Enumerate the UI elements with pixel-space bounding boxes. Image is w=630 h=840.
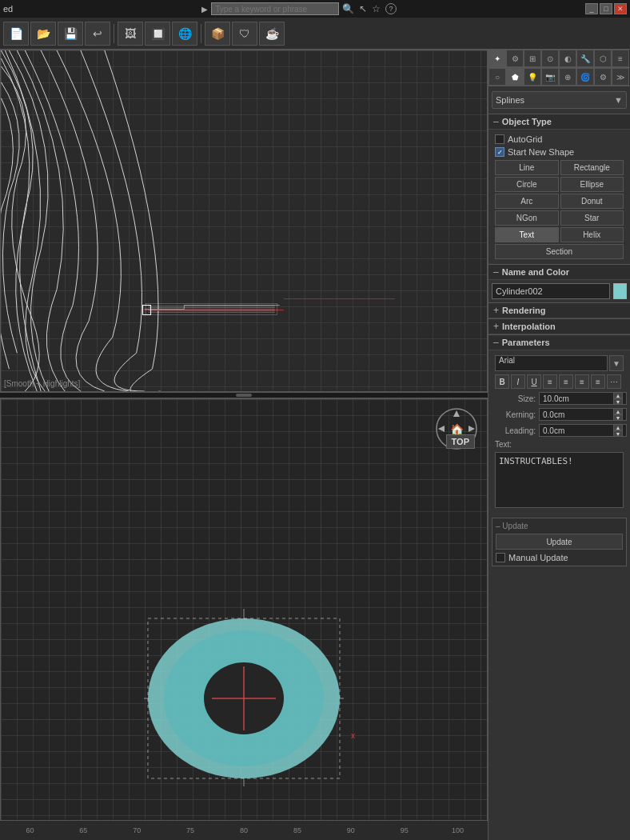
tab-display[interactable]: ◐: [559, 50, 576, 67]
text-textarea[interactable]: [495, 452, 624, 508]
name-color-title: Name and Color: [502, 267, 569, 277]
3d-object-container[interactable]: [140, 602, 348, 788]
btn-donut[interactable]: Donut: [560, 194, 624, 209]
btn-rectangle[interactable]: Rectangle: [560, 160, 624, 175]
splines-dropdown[interactable]: Splines ▼: [492, 91, 627, 109]
align-center-button[interactable]: ≡: [559, 374, 573, 389]
kerning-down[interactable]: ▼: [613, 414, 623, 421]
timeline-mark-70: 70: [110, 826, 164, 834]
help-icon[interactable]: ?: [385, 3, 397, 14]
align-left-button[interactable]: ≡: [543, 374, 557, 389]
size-down[interactable]: ▼: [613, 398, 623, 405]
kerning-value[interactable]: 0.0cm ▲ ▼: [539, 408, 627, 421]
x-axis-label: x: [351, 731, 355, 740]
autogrid-checkbox[interactable]: [495, 134, 504, 144]
svg-marker-12: [438, 426, 445, 432]
toolbar-undo[interactable]: ↩: [85, 22, 110, 46]
cursor-icon[interactable]: ↖: [359, 3, 367, 14]
btn-text[interactable]: Text: [495, 227, 559, 242]
toolbar-render[interactable]: 🖼: [118, 22, 143, 46]
btn-star[interactable]: Star: [560, 210, 624, 226]
titlebar-app: ed: [3, 4, 13, 14]
leading-spinner[interactable]: ▲ ▼: [613, 424, 623, 437]
search-input[interactable]: [211, 2, 339, 15]
toolbar-shield[interactable]: 🛡: [232, 22, 257, 46]
toolbar-box[interactable]: 📦: [205, 22, 230, 46]
rendering-section-header[interactable]: + Rendering: [488, 302, 630, 318]
kerning-spinner[interactable]: ▲ ▼: [613, 408, 623, 421]
object-type-section-header[interactable]: – Object Type: [488, 114, 630, 130]
toolbar-open[interactable]: 📂: [30, 22, 56, 46]
toolbar-new[interactable]: 📄: [3, 22, 29, 46]
tab-create[interactable]: ✦: [488, 50, 506, 67]
justify-button[interactable]: ≡: [591, 374, 605, 389]
view-label[interactable]: TOP: [446, 434, 475, 449]
parameters-content: Arial ▼ B I U ≡ ≡ ≡ ≡ ⋯ Size: 10.0cm: [488, 350, 630, 514]
donut-object: [140, 602, 348, 786]
star-icon[interactable]: ☆: [372, 3, 381, 14]
viewport-perspective[interactable]: [Smooth + Highlights]: [0, 50, 488, 392]
viewport-separator[interactable]: [0, 392, 488, 398]
subtab-helpers[interactable]: ⊕: [559, 68, 576, 86]
kerning-up[interactable]: ▲: [613, 408, 623, 414]
tab-modify[interactable]: ⚙: [506, 50, 524, 67]
update-button[interactable]: Update: [496, 534, 623, 550]
bold-button[interactable]: B: [495, 374, 509, 389]
tab-extra2[interactable]: ≡: [612, 50, 629, 67]
tab-extra1[interactable]: ⬡: [594, 50, 612, 67]
start-new-shape-checkbox[interactable]: [495, 147, 504, 157]
manual-update-checkbox[interactable]: [496, 553, 505, 562]
minimize-button[interactable]: _: [585, 3, 598, 14]
timeline-mark-60: 60: [3, 826, 57, 834]
subtab-lights[interactable]: 💡: [524, 68, 541, 86]
btn-helix[interactable]: Helix: [560, 227, 624, 242]
subtab-cameras[interactable]: 📷: [541, 68, 559, 86]
play-icon[interactable]: ▶: [201, 5, 208, 14]
btn-circle[interactable]: Circle: [495, 177, 559, 192]
toolbar-save[interactable]: 💾: [58, 22, 83, 46]
subtab-geom[interactable]: ○: [488, 68, 506, 86]
toolbar-cup[interactable]: ☕: [259, 22, 285, 46]
more-format-button[interactable]: ⋯: [607, 374, 621, 389]
subtab-shapes[interactable]: ⬟: [506, 68, 524, 86]
size-value[interactable]: 10.0cm ▲ ▼: [539, 392, 627, 405]
close-button[interactable]: ✕: [614, 3, 627, 14]
italic-button[interactable]: I: [511, 374, 525, 389]
btn-arc[interactable]: Arc: [495, 194, 559, 209]
leading-value[interactable]: 0.0cm ▲ ▼: [539, 424, 627, 437]
timeline[interactable]: 60 65 70 75 80 85 90 95 100: [0, 821, 488, 840]
subtab-systems[interactable]: ⚙: [594, 68, 612, 86]
size-spinner[interactable]: ▲ ▼: [613, 392, 623, 405]
autogrid-label: AutoGrid: [508, 134, 542, 144]
start-new-shape-row: Start New Shape: [492, 146, 627, 158]
search-icon[interactable]: 🔍: [342, 3, 354, 14]
object-name-input[interactable]: [492, 283, 610, 299]
btn-ngon[interactable]: NGon: [495, 210, 559, 226]
parameters-section-header[interactable]: – Parameters: [488, 334, 630, 350]
btn-line[interactable]: Line: [495, 160, 559, 175]
color-swatch[interactable]: [613, 283, 627, 299]
name-color-section-header[interactable]: – Name and Color: [488, 264, 630, 280]
font-select[interactable]: Arial: [495, 355, 608, 371]
interpolation-section-header[interactable]: + Interpolation: [488, 318, 630, 334]
tab-utilities[interactable]: 🔧: [576, 50, 594, 67]
subtab-more[interactable]: ≫: [612, 68, 629, 86]
subtab-spacewarp[interactable]: 🌀: [576, 68, 594, 86]
btn-ellipse[interactable]: Ellipse: [560, 177, 624, 192]
align-right-button[interactable]: ≡: [575, 374, 589, 389]
maximize-button[interactable]: □: [600, 3, 612, 14]
leading-down[interactable]: ▼: [613, 430, 623, 437]
kerning-label: Kerning:: [492, 410, 536, 419]
toolbar-render-frame[interactable]: 🔲: [145, 22, 170, 46]
tab-hierarchy[interactable]: ⊞: [524, 50, 541, 67]
underline-button[interactable]: U: [527, 374, 541, 389]
size-up[interactable]: ▲: [613, 392, 623, 398]
viewport-top-view[interactable]: 🏠 TOP: [0, 398, 488, 821]
btn-section[interactable]: Section: [495, 244, 624, 259]
toolbar-globe[interactable]: 🌐: [172, 22, 197, 46]
font-browse-button[interactable]: ▼: [609, 355, 624, 371]
tab-motion[interactable]: ⊙: [541, 50, 559, 67]
timeline-mark-75: 75: [164, 826, 217, 834]
leading-up[interactable]: ▲: [613, 424, 623, 430]
svg-marker-13: [469, 426, 475, 432]
